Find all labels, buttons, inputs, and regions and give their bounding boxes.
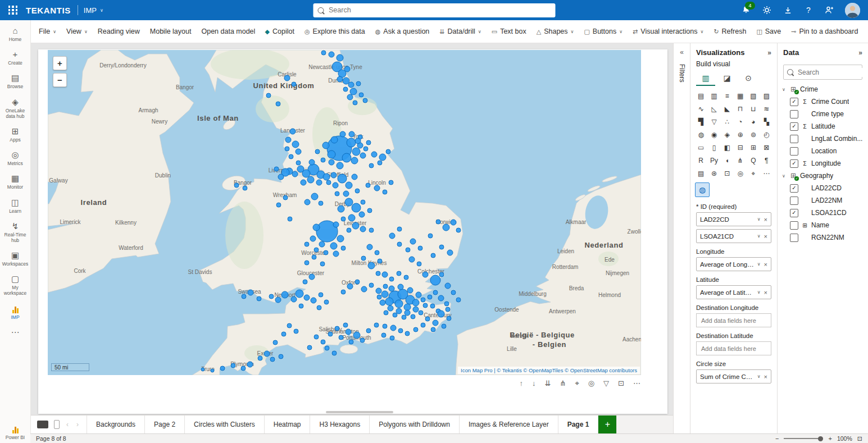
drill-down-icon[interactable]: ↓: [532, 380, 536, 387]
crime-bubble[interactable]: [325, 346, 329, 350]
crime-bubble[interactable]: [456, 228, 461, 232]
100-stacked-bar-chart-icon[interactable]: ▧: [747, 90, 759, 102]
workspace-switcher[interactable]: IMP ∨: [84, 6, 103, 15]
crime-bubble[interactable]: [352, 174, 357, 180]
crime-bubble[interactable]: [288, 217, 292, 221]
crime-bubble[interactable]: [340, 131, 346, 137]
crime-bubble[interactable]: [264, 351, 270, 357]
get-more-visuals-icon[interactable]: ⋯: [761, 167, 772, 179]
crime-bubble[interactable]: [383, 324, 387, 328]
map-zoom-out-button[interactable]: −: [53, 73, 67, 87]
crime-bubble[interactable]: [348, 214, 355, 221]
zoom-slider[interactable]: [784, 438, 823, 439]
crime-bubble[interactable]: [242, 294, 246, 299]
crime-bubble[interactable]: [345, 198, 353, 206]
crime-bubble[interactable]: [257, 296, 261, 301]
crime-bubble[interactable]: [376, 288, 381, 294]
icon-map-icon[interactable]: ⊚: [747, 129, 759, 140]
rail-item-learn[interactable]: ◫Learn: [0, 197, 30, 215]
line-chart-icon[interactable]: ∿: [695, 103, 707, 115]
crime-bubble[interactable]: [353, 101, 357, 105]
crime-bubble[interactable]: [417, 262, 421, 266]
menu-item-text-box[interactable]: ▭Text box: [487, 20, 531, 43]
crime-bubble[interactable]: [307, 176, 314, 183]
crime-bubble[interactable]: [309, 159, 315, 165]
menu-item-reading-view[interactable]: Reading view: [93, 20, 145, 43]
rail-item-more[interactable]: ⋯: [0, 326, 30, 338]
crime-bubble[interactable]: [324, 250, 328, 255]
crime-bubble[interactable]: [369, 163, 374, 168]
table-row-crime[interactable]: ∨⊞✓Crime: [781, 83, 865, 95]
crime-bubble[interactable]: [349, 340, 353, 344]
crime-bubble[interactable]: [307, 345, 312, 350]
crime-bubble[interactable]: [332, 351, 337, 355]
crime-bubble[interactable]: [363, 147, 368, 151]
line-and-stacked-column-chart-icon[interactable]: ⊓: [734, 103, 746, 115]
field-checkbox-latitude[interactable]: ✓: [790, 122, 798, 131]
page-tab-polygons-with-drilldown[interactable]: Polygons with Drilldown: [370, 415, 460, 433]
build-visual-tab[interactable]: ▥: [696, 71, 715, 86]
crime-bubble[interactable]: [322, 142, 329, 149]
crime-bubble[interactable]: [398, 284, 403, 290]
crime-bubble[interactable]: [311, 193, 318, 200]
rail-item-create[interactable]: +Create: [0, 48, 30, 67]
crime-bubble[interactable]: [333, 182, 338, 188]
menu-item-refresh[interactable]: ↻Refresh: [708, 20, 751, 43]
field-checkbox-name[interactable]: [790, 221, 798, 230]
crime-bubble[interactable]: [444, 302, 449, 306]
crime-bubble[interactable]: [390, 336, 394, 340]
waterfall-chart-icon[interactable]: ▜: [695, 116, 707, 127]
python-visual-icon[interactable]: Py: [708, 154, 720, 166]
zoom-in-button[interactable]: +: [828, 435, 831, 442]
crime-bubble[interactable]: [281, 332, 286, 336]
crime-bubble[interactable]: [407, 287, 413, 293]
stacked-bar-chart-icon[interactable]: ▤: [695, 90, 707, 102]
data-search-input[interactable]: [797, 68, 868, 77]
crime-bubble[interactable]: [296, 161, 301, 165]
crime-bubble[interactable]: [287, 323, 292, 328]
crime-bubble[interactable]: [304, 295, 310, 300]
field-row-longitude[interactable]: ✓ΣLongitude: [781, 157, 865, 170]
crime-bubble[interactable]: [320, 262, 325, 266]
crime-bubble[interactable]: [430, 275, 440, 285]
crime-bubble[interactable]: [352, 203, 361, 212]
field-checkbox-lnglat-combin[interactable]: [790, 135, 798, 143]
field-checkbox-lad22nm[interactable]: [790, 197, 798, 205]
stacked-area-chart-icon[interactable]: ◣: [721, 103, 733, 115]
icon-map-visual[interactable]: United KingdomIrelandIsle of ManNederlan…: [48, 50, 641, 375]
menu-item-view[interactable]: View∨: [61, 20, 93, 43]
crime-bubble[interactable]: [201, 368, 204, 371]
crime-bubble[interactable]: [412, 299, 419, 306]
crime-bubble[interactable]: [377, 295, 381, 299]
field-row-crime-count[interactable]: ✓ΣCrime Count: [781, 95, 865, 108]
crime-bubble[interactable]: [439, 245, 444, 249]
table-row-geography[interactable]: ∨⊞✓Geography: [781, 170, 865, 182]
crime-bubble[interactable]: [337, 162, 343, 169]
crime-bubble[interactable]: [269, 294, 274, 299]
100-stacked-column-chart-icon[interactable]: ▨: [761, 90, 772, 102]
tab-scroll-back-icon[interactable]: ‹: [65, 421, 70, 428]
paginated-report-icon[interactable]: ▤: [695, 167, 707, 179]
crime-bubble[interactable]: [341, 217, 346, 221]
settings-gear-icon[interactable]: [762, 5, 772, 15]
crime-bubble[interactable]: [423, 303, 428, 308]
crime-bubble[interactable]: [445, 283, 451, 289]
crime-bubble[interactable]: [241, 366, 246, 371]
crime-bubble[interactable]: [439, 272, 444, 277]
field-chip-average-of-latitude[interactable]: Average of Latitude∨×: [696, 285, 771, 299]
crime-bubble[interactable]: [383, 190, 387, 194]
crime-bubble[interactable]: [376, 271, 380, 276]
crime-bubble[interactable]: [323, 173, 330, 180]
field-chip-lsoa21cd[interactable]: LSOA21CD∨×: [696, 229, 771, 243]
crime-bubble[interactable]: [433, 290, 438, 295]
rail-item-imp[interactable]: IMP: [0, 303, 30, 321]
crime-bubble[interactable]: [398, 328, 403, 333]
crime-bubble[interactable]: [353, 332, 360, 339]
crime-bubble[interactable]: [220, 366, 225, 371]
crime-bubble[interactable]: [431, 253, 435, 258]
crime-bubble[interactable]: [438, 295, 444, 301]
table-icon[interactable]: ⊞: [747, 141, 759, 153]
empty-well-destination-longitude[interactable]: Add data fields here: [696, 313, 771, 327]
menu-item-save[interactable]: ◫Save: [751, 20, 786, 43]
crime-bubble[interactable]: [411, 314, 415, 319]
